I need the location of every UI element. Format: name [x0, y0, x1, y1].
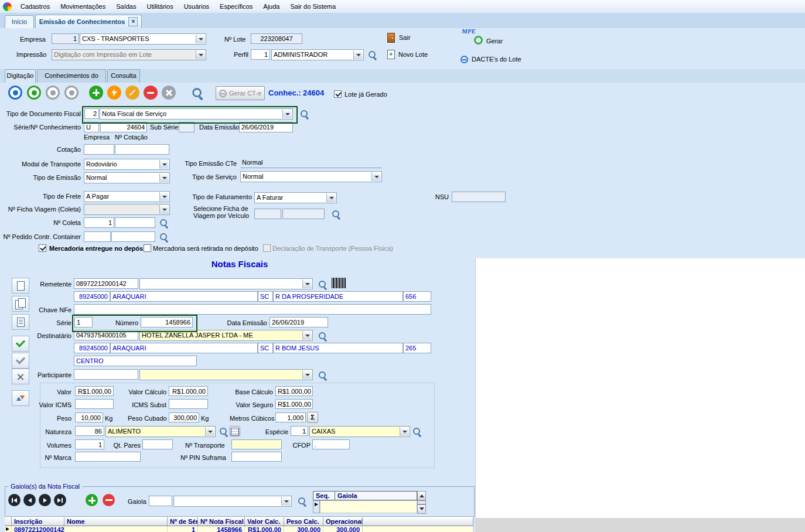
pedido-container-code-field[interactable]: [84, 231, 111, 242]
impressao-combo[interactable]: Digitação com Impressão em Lote: [52, 49, 206, 60]
grid-col-valor-calc[interactable]: Valor Calc.: [245, 517, 284, 526]
metros-cubicos-field[interactable]: 1,000: [275, 412, 306, 422]
valor-seguro-field[interactable]: R$1.000,00: [275, 399, 313, 409]
ficha-veiculo-code-field[interactable]: [254, 209, 281, 219]
confirm-all-notas-button[interactable]: [12, 353, 29, 369]
search-icon[interactable]: [159, 233, 169, 242]
cotacao-empresa-field[interactable]: [84, 144, 114, 155]
grid-col-peso-calc[interactable]: Peso Calc.: [284, 517, 323, 526]
grid-col-inscricao[interactable]: Inscrição: [12, 517, 64, 526]
close-tab-icon[interactable]: ×: [128, 17, 138, 26]
remetente-combo[interactable]: [139, 278, 313, 289]
tipo-documento-code-field[interactable]: 2: [84, 108, 99, 119]
grid-col-operacional[interactable]: Operacional: [323, 517, 363, 526]
coleta-code-field[interactable]: 1: [84, 217, 114, 228]
search-icon[interactable]: [318, 280, 328, 289]
perfil-combo[interactable]: ADMINISTRADOR: [271, 49, 364, 60]
sair-button[interactable]: Sair: [387, 33, 411, 43]
gerar-label[interactable]: Gerar: [486, 37, 503, 45]
checkbox-lote-ja-gerado[interactable]: [334, 90, 342, 98]
natureza-table-button[interactable]: [230, 426, 240, 436]
tipo-frete-combo[interactable]: A Pagar: [84, 191, 170, 202]
scroll-down-button[interactable]: [417, 504, 426, 514]
num-marca-field[interactable]: [75, 452, 141, 462]
chevron-down-icon[interactable]: [281, 497, 291, 506]
chevron-down-icon[interactable]: [302, 331, 312, 340]
search-icon[interactable]: [332, 210, 341, 219]
lote-field[interactable]: 223208047: [251, 33, 302, 44]
chevron-down-icon[interactable]: [159, 160, 169, 169]
search-icon[interactable]: [368, 50, 377, 60]
cancel-record-button[interactable]: [162, 86, 176, 100]
gaiola-nav-next-button[interactable]: [39, 494, 51, 506]
grid-cell-valor[interactable]: R$1.000,00: [245, 526, 284, 532]
menu-saidas[interactable]: Saídas: [111, 1, 141, 12]
tab-digitacao[interactable]: Digitação: [5, 69, 36, 83]
participante-combo[interactable]: [139, 369, 313, 380]
checkbox-mercadoria-retirada[interactable]: [144, 244, 151, 252]
sigma-button[interactable]: Σ: [307, 412, 318, 423]
gaiola-nav-prior-button[interactable]: [23, 494, 36, 506]
chave-nfe-field[interactable]: [74, 304, 431, 315]
search-icon[interactable]: [219, 427, 228, 436]
chevron-down-icon[interactable]: [159, 192, 169, 201]
qt-pares-field[interactable]: [142, 439, 173, 449]
search-icon[interactable]: [192, 87, 204, 100]
natureza-combo[interactable]: ALIMENTO: [105, 426, 216, 437]
mpe-logo-icon[interactable]: MPE: [462, 28, 484, 45]
especie-code-field[interactable]: 1: [291, 426, 308, 436]
data-emissao-nota-field[interactable]: 26/06/2019: [270, 317, 328, 328]
tab-consulta[interactable]: Consulta: [107, 69, 140, 83]
base-calculo-field[interactable]: R$1.000,00: [275, 386, 313, 396]
scroll-track[interactable]: [417, 500, 426, 504]
destinatario-doc-field[interactable]: 04793754000105: [74, 330, 138, 340]
nav-prior-button[interactable]: [27, 86, 41, 100]
nav-next-button[interactable]: [46, 86, 60, 100]
tipo-servico-combo[interactable]: Normal: [240, 171, 382, 182]
tipo-documento-combo[interactable]: Nota Fiscal de Serviço: [100, 108, 293, 120]
chevron-down-icon[interactable]: [302, 370, 312, 379]
tab-emissao-conhecimentos[interactable]: Emissão de Conhecimentos ×: [35, 15, 142, 28]
chevron-down-icon[interactable]: [353, 50, 363, 59]
gaiola-combo[interactable]: [173, 496, 292, 507]
volumes-field[interactable]: 1: [75, 439, 104, 449]
numero-nota-field[interactable]: 1458966: [141, 317, 193, 328]
perfil-code-field[interactable]: 1: [251, 49, 270, 60]
cfop-field[interactable]: .: [312, 439, 350, 449]
chevron-down-icon[interactable]: [282, 110, 292, 118]
participante-doc-field[interactable]: [74, 369, 138, 380]
serie-field[interactable]: U: [84, 122, 99, 132]
peso-field[interactable]: 10,000: [75, 412, 103, 422]
add-record-button[interactable]: [89, 86, 103, 100]
ficha-viagem-combo[interactable]: [84, 204, 170, 215]
grid-cell-nota[interactable]: 1458966: [198, 526, 245, 532]
menu-especificos[interactable]: Específicos: [214, 1, 258, 12]
serie-nota-field[interactable]: 1: [74, 317, 93, 328]
grid-col-nota-fiscal[interactable]: Nº Nota Fiscal: [198, 517, 245, 526]
empresa-code-field[interactable]: 1: [52, 33, 79, 44]
modal-transporte-combo[interactable]: Rodoviário: [84, 159, 170, 170]
grid-col-serie[interactable]: Nº de Série: [168, 517, 198, 526]
nsu-field[interactable]: [452, 192, 506, 202]
natureza-code-field[interactable]: 86: [75, 426, 104, 436]
grid-cell-serie[interactable]: 1: [168, 526, 198, 532]
especie-combo[interactable]: CAIXAS: [309, 426, 410, 437]
icms-subst-field[interactable]: [169, 399, 208, 409]
gaiola-nav-first-button[interactable]: [8, 494, 21, 506]
cotacao-numero-field[interactable]: [115, 144, 169, 155]
tipo-emissao-combo[interactable]: Normal: [84, 172, 170, 183]
peso-cubado-field[interactable]: 300,000: [169, 412, 199, 422]
gaiola-code-field[interactable]: [149, 496, 172, 506]
coleta-numero-field[interactable]: [115, 217, 155, 228]
gaiola-delete-button[interactable]: [103, 494, 115, 506]
chevron-down-icon[interactable]: [205, 427, 214, 436]
search-icon[interactable]: [318, 332, 328, 341]
pin-suframa-field[interactable]: [231, 452, 282, 462]
chevron-down-icon[interactable]: [400, 427, 409, 436]
valor-icms-field[interactable]: [75, 399, 114, 409]
remetente-doc-field[interactable]: 08972212000142: [74, 278, 138, 289]
grid-cell-peso[interactable]: 300,000: [284, 526, 323, 532]
scroll-up-button[interactable]: [417, 491, 426, 500]
chevron-down-icon[interactable]: [326, 193, 336, 202]
data-emissao-field[interactable]: 26/06/2019: [239, 122, 293, 132]
